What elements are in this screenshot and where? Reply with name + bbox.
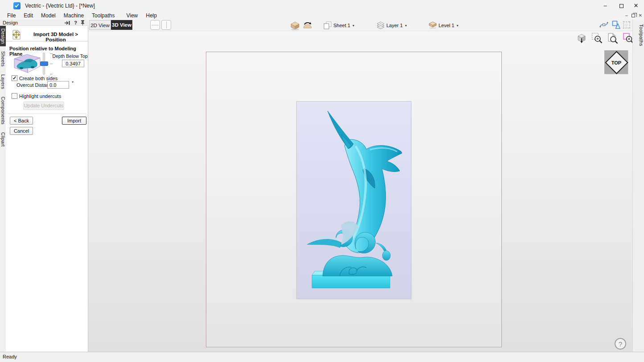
snap-geometry-icon[interactable] xyxy=(599,20,609,30)
menu-edit[interactable]: Edit xyxy=(20,12,37,20)
panel-divider xyxy=(8,114,86,114)
sheet-selector[interactable]: Sheet 1 ▾ xyxy=(324,20,354,31)
left-tab-strip: Design Sheets Layers Components Clipart xyxy=(0,26,6,352)
collapse-panel-icon[interactable] xyxy=(64,20,70,25)
menu-file[interactable]: File xyxy=(3,12,20,20)
material-block-icon[interactable] xyxy=(290,20,300,31)
level-selector[interactable]: Level 1 ▾ xyxy=(429,20,459,31)
layer-selector[interactable]: Layer 1 ▾ xyxy=(377,20,407,31)
application-window: Vectric - {Vectric Ltd} - [*New] – ✕ Fil… xyxy=(0,0,644,362)
view-orientation-label: TOP xyxy=(611,60,621,65)
close-button[interactable]: ✕ xyxy=(628,0,644,12)
highlight-undercuts-row: Highlight undercuts xyxy=(12,93,61,99)
mdi-minimize-icon[interactable]: – xyxy=(625,12,628,20)
sidebar-tab-toolpaths[interactable]: Toolpaths xyxy=(633,21,644,49)
create-both-sides-row: ✓ Create both sides xyxy=(12,75,57,81)
depth-below-top-label: Depth Below Top xyxy=(52,53,88,59)
back-button[interactable]: < Back xyxy=(10,117,33,125)
sheet-label: Sheet 1 xyxy=(333,23,350,28)
status-text: Ready xyxy=(3,354,17,359)
menu-toolpaths[interactable]: Toolpaths xyxy=(88,12,119,20)
panel-help-icon[interactable]: ? xyxy=(74,20,77,25)
overcut-distance-input[interactable] xyxy=(47,81,69,89)
menu-view[interactable]: View xyxy=(122,12,142,20)
sidebar-tab-clipart[interactable]: Clipart xyxy=(0,130,6,149)
split-vertical-button[interactable] xyxy=(161,20,171,30)
app-logo-icon xyxy=(13,2,21,9)
maximize-button[interactable] xyxy=(613,0,629,12)
marlin-model xyxy=(297,102,412,299)
panel-header: Import 3D Model > Position xyxy=(6,28,88,41)
overcut-units-suffix: * xyxy=(72,80,74,85)
viewport-3d[interactable]: TOP xyxy=(88,31,632,352)
sheet-caret-icon: ▾ xyxy=(353,24,354,28)
maximize-icon xyxy=(619,4,623,8)
view-cube-icon[interactable] xyxy=(576,33,587,44)
design-panel-caption-label: Design xyxy=(3,20,18,25)
slider-tick-middle xyxy=(50,64,53,64)
update-undercuts-button[interactable]: Update Undercuts xyxy=(23,102,64,110)
level-label: Level 1 xyxy=(439,23,454,28)
minimize-button[interactable]: – xyxy=(597,0,613,12)
panel-title: Import 3D Model > Position xyxy=(25,32,87,42)
sidebar-tab-layers[interactable]: Layers xyxy=(0,72,6,92)
status-bar: Ready xyxy=(0,352,644,362)
pin-icon[interactable] xyxy=(81,20,85,25)
mdi-restore-icon[interactable] xyxy=(632,14,635,17)
cancel-button[interactable]: Cancel xyxy=(10,127,33,135)
zoom-box-icon[interactable] xyxy=(623,33,632,44)
smart-snap-icon[interactable] xyxy=(611,20,621,30)
window-title: Vectric - {Vectric Ltd} - [*New] xyxy=(25,3,95,9)
sheet-icon xyxy=(324,21,332,29)
layers-icon xyxy=(377,21,385,29)
zoom-drawing-icon[interactable] xyxy=(607,33,619,44)
depth-slider-handle[interactable] xyxy=(40,61,48,66)
import-button[interactable]: Import xyxy=(62,117,86,125)
split-horizontal-button[interactable] xyxy=(150,20,160,30)
menu-model[interactable]: Model xyxy=(37,12,60,20)
view-orientation-diamond: TOP xyxy=(605,51,628,74)
right-tab-strip: Toolpaths xyxy=(632,20,644,352)
sidebar-tab-sheets[interactable]: Sheets xyxy=(0,49,6,69)
view-tools xyxy=(576,33,632,44)
viewport-help-button[interactable]: ? xyxy=(615,338,626,350)
level-caret-icon: ▾ xyxy=(456,24,458,28)
title-bar: Vectric - {Vectric Ltd} - [*New] – ✕ xyxy=(0,0,644,12)
highlight-undercuts-checkbox[interactable] xyxy=(12,93,17,99)
import-3d-model-icon xyxy=(10,28,23,41)
snap-grid-icon[interactable] xyxy=(622,20,632,30)
slider-tick-bottom xyxy=(50,74,53,74)
layer-label: Layer 1 xyxy=(386,23,403,28)
sidebar-tab-design[interactable]: Design xyxy=(0,26,6,46)
menu-machine[interactable]: Machine xyxy=(60,12,88,20)
menu-help[interactable]: Help xyxy=(142,12,161,20)
tab-2d-view[interactable]: 2D View xyxy=(89,20,111,30)
sidebar-tab-components[interactable]: Components xyxy=(0,94,6,127)
highlight-undercuts-label: Highlight undercuts xyxy=(19,94,61,99)
create-both-sides-label: Create both sides xyxy=(19,76,57,81)
imported-model-preview[interactable] xyxy=(296,101,411,299)
model-position-thumbnail xyxy=(13,52,41,74)
main-toolbar: 2D View 3D View Sheet 1 ▾ xyxy=(88,20,632,31)
layer-caret-icon: ▾ xyxy=(405,24,407,28)
create-both-sides-checkbox[interactable]: ✓ xyxy=(12,75,17,81)
menu-bar: File Edit Model Machine Toolpaths View H… xyxy=(0,12,644,20)
view-orientation-widget[interactable]: TOP xyxy=(604,50,628,74)
import-3d-model-panel: Import 3D Model > Position Position rela… xyxy=(6,26,88,352)
mdi-close-icon[interactable]: ✕ xyxy=(639,12,642,20)
levels-icon xyxy=(429,21,437,29)
design-panel-caption: Design ? xyxy=(0,20,88,26)
depth-below-top-input[interactable] xyxy=(62,60,84,67)
mdi-window-controls: – ✕ xyxy=(625,12,642,20)
tab-3d-view[interactable]: 3D View xyxy=(111,20,132,30)
zoom-selection-icon[interactable] xyxy=(591,33,603,44)
wrap-model-icon[interactable] xyxy=(302,20,313,31)
